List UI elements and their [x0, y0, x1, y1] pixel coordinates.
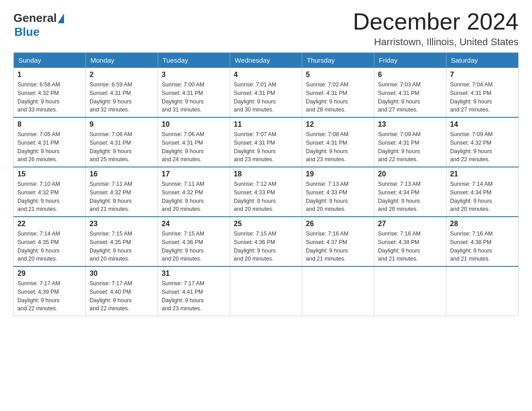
- calendar-cell: 25Sunrise: 7:15 AMSunset: 4:36 PMDayligh…: [230, 217, 302, 266]
- calendar-cell: 26Sunrise: 7:16 AMSunset: 4:37 PMDayligh…: [302, 217, 374, 266]
- logo-blue-text: Blue: [14, 25, 39, 39]
- logo-triangle-icon: [58, 13, 64, 23]
- calendar-cell: 27Sunrise: 7:16 AMSunset: 4:38 PMDayligh…: [374, 217, 446, 266]
- calendar-cell: 16Sunrise: 7:11 AMSunset: 4:32 PMDayligh…: [86, 167, 158, 217]
- day-number: 5: [306, 71, 370, 79]
- calendar-week-1: 1Sunrise: 6:58 AMSunset: 4:32 PMDaylight…: [14, 68, 519, 118]
- day-info: Sunrise: 7:02 AMSunset: 4:31 PMDaylight:…: [306, 81, 370, 114]
- day-number: 4: [234, 71, 298, 79]
- day-info: Sunrise: 7:01 AMSunset: 4:31 PMDaylight:…: [234, 81, 298, 114]
- day-number: 7: [450, 71, 515, 79]
- calendar-cell: 8Sunrise: 7:05 AMSunset: 4:31 PMDaylight…: [14, 117, 86, 167]
- calendar-week-4: 22Sunrise: 7:14 AMSunset: 4:35 PMDayligh…: [14, 217, 519, 266]
- calendar-week-2: 8Sunrise: 7:05 AMSunset: 4:31 PMDaylight…: [14, 117, 519, 167]
- calendar-cell: 1Sunrise: 6:58 AMSunset: 4:32 PMDaylight…: [14, 68, 86, 118]
- day-info: Sunrise: 7:11 AMSunset: 4:32 PMDaylight:…: [90, 180, 154, 214]
- day-number: 9: [90, 120, 154, 128]
- calendar-cell: 24Sunrise: 7:15 AMSunset: 4:36 PMDayligh…: [158, 217, 230, 266]
- calendar-cell: 7Sunrise: 7:04 AMSunset: 4:31 PMDaylight…: [446, 68, 519, 118]
- day-number: 19: [306, 170, 370, 178]
- page-header: General Blue December 2024 Harristown, I…: [13, 9, 519, 48]
- day-info: Sunrise: 7:10 AMSunset: 4:32 PMDaylight:…: [17, 180, 82, 214]
- day-info: Sunrise: 7:09 AMSunset: 4:32 PMDaylight:…: [450, 130, 515, 164]
- day-info: Sunrise: 7:11 AMSunset: 4:32 PMDaylight:…: [162, 180, 226, 214]
- header-saturday: Saturday: [446, 53, 519, 68]
- day-number: 31: [162, 270, 226, 278]
- day-info: Sunrise: 7:17 AMSunset: 4:40 PMDaylight:…: [90, 279, 154, 313]
- day-number: 17: [162, 170, 226, 178]
- calendar-cell: 3Sunrise: 7:00 AMSunset: 4:31 PMDaylight…: [158, 68, 230, 118]
- day-info: Sunrise: 7:07 AMSunset: 4:31 PMDaylight:…: [234, 130, 298, 164]
- day-number: 23: [90, 220, 154, 228]
- day-number: 2: [90, 71, 154, 79]
- calendar-cell: 22Sunrise: 7:14 AMSunset: 4:35 PMDayligh…: [14, 217, 86, 266]
- day-info: Sunrise: 7:16 AMSunset: 4:37 PMDaylight:…: [306, 230, 370, 263]
- day-number: 24: [162, 220, 226, 228]
- header-friday: Friday: [374, 53, 446, 68]
- calendar-week-5: 29Sunrise: 7:17 AMSunset: 4:39 PMDayligh…: [14, 266, 519, 316]
- calendar-cell: 20Sunrise: 7:13 AMSunset: 4:34 PMDayligh…: [374, 167, 446, 217]
- logo-general-text: General: [13, 11, 57, 25]
- logo: General Blue: [13, 9, 64, 39]
- calendar-cell: [374, 266, 446, 316]
- day-info: Sunrise: 7:12 AMSunset: 4:33 PMDaylight:…: [234, 180, 298, 214]
- day-number: 27: [378, 220, 442, 228]
- calendar-cell: 10Sunrise: 7:06 AMSunset: 4:31 PMDayligh…: [158, 117, 230, 167]
- day-number: 25: [234, 220, 298, 228]
- calendar-cell: 18Sunrise: 7:12 AMSunset: 4:33 PMDayligh…: [230, 167, 302, 217]
- calendar-cell: 12Sunrise: 7:08 AMSunset: 4:31 PMDayligh…: [302, 117, 374, 167]
- day-number: 20: [378, 170, 442, 178]
- day-info: Sunrise: 7:13 AMSunset: 4:34 PMDaylight:…: [378, 180, 442, 214]
- day-number: 22: [17, 220, 82, 228]
- calendar-cell: 2Sunrise: 6:59 AMSunset: 4:31 PMDaylight…: [86, 68, 158, 118]
- month-title: December 2024: [353, 9, 519, 34]
- day-info: Sunrise: 7:06 AMSunset: 4:31 PMDaylight:…: [90, 130, 154, 164]
- day-info: Sunrise: 7:08 AMSunset: 4:31 PMDaylight:…: [306, 130, 370, 164]
- day-info: Sunrise: 6:58 AMSunset: 4:32 PMDaylight:…: [17, 81, 82, 114]
- day-number: 11: [234, 120, 298, 128]
- day-number: 28: [450, 220, 515, 228]
- calendar-cell: 15Sunrise: 7:10 AMSunset: 4:32 PMDayligh…: [14, 167, 86, 217]
- day-info: Sunrise: 7:05 AMSunset: 4:31 PMDaylight:…: [17, 130, 82, 164]
- day-info: Sunrise: 7:17 AMSunset: 4:41 PMDaylight:…: [162, 279, 226, 313]
- header-monday: Monday: [86, 53, 158, 68]
- day-info: Sunrise: 7:15 AMSunset: 4:36 PMDaylight:…: [234, 230, 298, 263]
- calendar-cell: [446, 266, 519, 316]
- calendar-cell: 14Sunrise: 7:09 AMSunset: 4:32 PMDayligh…: [446, 117, 519, 167]
- day-number: 1: [17, 71, 82, 79]
- header-wednesday: Wednesday: [230, 53, 302, 68]
- day-info: Sunrise: 7:06 AMSunset: 4:31 PMDaylight:…: [162, 130, 226, 164]
- day-number: 21: [450, 170, 515, 178]
- calendar-cell: 17Sunrise: 7:11 AMSunset: 4:32 PMDayligh…: [158, 167, 230, 217]
- day-info: Sunrise: 7:13 AMSunset: 4:33 PMDaylight:…: [306, 180, 370, 214]
- day-number: 10: [162, 120, 226, 128]
- header-tuesday: Tuesday: [158, 53, 230, 68]
- header-thursday: Thursday: [302, 53, 374, 68]
- calendar-cell: 13Sunrise: 7:09 AMSunset: 4:31 PMDayligh…: [374, 117, 446, 167]
- calendar-table: SundayMondayTuesdayWednesdayThursdayFrid…: [13, 52, 519, 316]
- calendar-cell: [230, 266, 302, 316]
- day-info: Sunrise: 7:00 AMSunset: 4:31 PMDaylight:…: [162, 81, 226, 114]
- calendar-week-3: 15Sunrise: 7:10 AMSunset: 4:32 PMDayligh…: [14, 167, 519, 217]
- calendar-cell: 29Sunrise: 7:17 AMSunset: 4:39 PMDayligh…: [14, 266, 86, 316]
- day-number: 30: [90, 270, 154, 278]
- calendar-cell: 23Sunrise: 7:15 AMSunset: 4:35 PMDayligh…: [86, 217, 158, 266]
- day-number: 3: [162, 71, 226, 79]
- day-number: 14: [450, 120, 515, 128]
- day-info: Sunrise: 7:16 AMSunset: 4:38 PMDaylight:…: [378, 230, 442, 263]
- day-number: 6: [378, 71, 442, 79]
- calendar-cell: 11Sunrise: 7:07 AMSunset: 4:31 PMDayligh…: [230, 117, 302, 167]
- logo-blue-box: [57, 13, 64, 23]
- day-number: 18: [234, 170, 298, 178]
- calendar-cell: 31Sunrise: 7:17 AMSunset: 4:41 PMDayligh…: [158, 266, 230, 316]
- header-sunday: Sunday: [14, 53, 86, 68]
- day-info: Sunrise: 7:03 AMSunset: 4:31 PMDaylight:…: [378, 81, 442, 114]
- day-number: 29: [17, 270, 82, 278]
- title-section: December 2024 Harristown, Illinois, Unit…: [353, 9, 519, 48]
- calendar-cell: 19Sunrise: 7:13 AMSunset: 4:33 PMDayligh…: [302, 167, 374, 217]
- day-number: 8: [17, 120, 82, 128]
- calendar-cell: [302, 266, 374, 316]
- day-info: Sunrise: 7:15 AMSunset: 4:35 PMDaylight:…: [90, 230, 154, 263]
- calendar-cell: 28Sunrise: 7:16 AMSunset: 4:38 PMDayligh…: [446, 217, 519, 266]
- day-number: 16: [90, 170, 154, 178]
